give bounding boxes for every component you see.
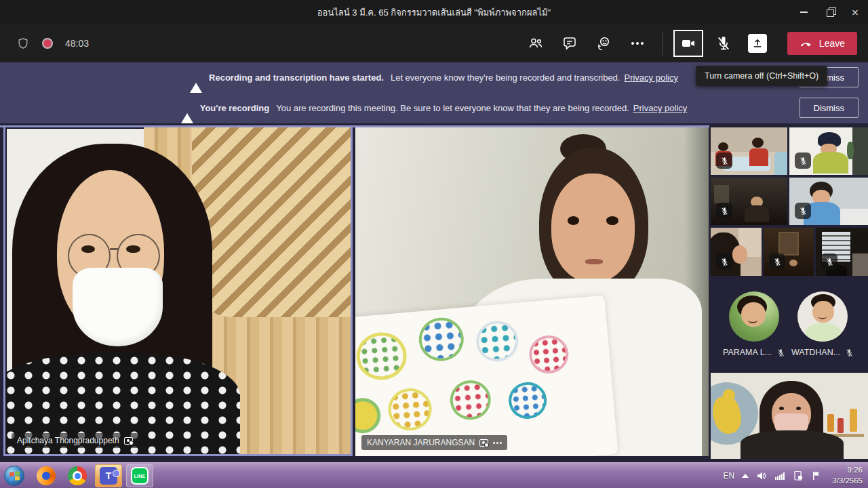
people-icon <box>528 35 544 52</box>
hidden-icons-button[interactable] <box>742 474 749 478</box>
taskbar-app-buttons: T LINE <box>4 463 153 488</box>
video-tile-kanyaran[interactable]: KANYARAN JARURANGSAN <box>355 127 709 456</box>
tray-time: 9:26 <box>832 465 863 476</box>
network-signal-icon[interactable] <box>774 470 785 481</box>
video-tile-apitchaya[interactable]: Apitchaya Thongpraduppeth <box>3 125 353 456</box>
child-body <box>745 205 769 222</box>
taskbar-chrome-button[interactable] <box>64 464 91 487</box>
windows-logo-icon <box>9 471 20 481</box>
painted-circle <box>417 316 465 363</box>
tray-clock[interactable]: 9:26 3/3/2565 <box>832 465 863 486</box>
start-button[interactable] <box>4 466 24 486</box>
muted-mic-badge <box>716 203 732 219</box>
close-button[interactable]: × <box>842 0 868 24</box>
recording-indicator-icon <box>42 38 53 49</box>
wood-diagonal-decor <box>192 127 351 317</box>
video-tile-small-2[interactable] <box>789 127 868 175</box>
avatar-face <box>812 301 834 323</box>
muted-mic-badge <box>821 253 837 270</box>
privacy-policy-link[interactable]: Privacy policy <box>633 103 687 113</box>
language-indicator[interactable]: EN <box>724 471 735 481</box>
banner-title: You're recording <box>200 103 270 113</box>
video-effects-badge-icon <box>124 437 133 445</box>
toolbar-divider <box>662 32 663 55</box>
participant-name: WATDHAN... <box>791 348 840 357</box>
restore-button[interactable] <box>816 0 842 24</box>
firefox-icon <box>37 466 56 485</box>
artwork-paper <box>355 295 618 456</box>
painted-circle <box>507 381 548 421</box>
video-tile-small-5[interactable] <box>711 228 762 276</box>
minimize-button[interactable] <box>791 0 816 24</box>
video-tile-small-4[interactable] <box>789 178 868 225</box>
participant-name-label: Apitchaya Thongpraduppeth <box>12 433 138 448</box>
video-tile-small-6[interactable] <box>764 228 814 276</box>
restore-icon <box>827 9 833 16</box>
mic-toggle-button[interactable] <box>710 30 737 57</box>
taskbar-firefox-button[interactable] <box>33 464 60 487</box>
muted-mic-badge <box>716 152 732 169</box>
privacy-policy-link[interactable]: Privacy policy <box>624 73 677 83</box>
volume-icon[interactable] <box>756 470 767 481</box>
bottle-decor <box>827 414 834 432</box>
furniture-decor <box>852 253 868 276</box>
chat-icon <box>561 35 578 52</box>
participants-button[interactable] <box>522 30 549 57</box>
avatar-shirt <box>806 323 841 342</box>
leave-button[interactable]: Leave <box>787 32 857 55</box>
painted-circle <box>387 386 433 432</box>
share-button[interactable] <box>744 30 771 57</box>
video-tile-small-3[interactable] <box>711 178 787 225</box>
muted-mic-badge <box>716 253 732 270</box>
windows-taskbar: T LINE EN 9:26 3/3/2565 <box>0 462 868 488</box>
avatar-name-row: WATDHAN... <box>789 348 856 357</box>
warning-icon: ! <box>181 103 193 113</box>
you-are-recording-banner: ! You're recording You are recording thi… <box>0 93 868 123</box>
video-tile-small-7[interactable] <box>816 228 868 276</box>
person-eye <box>779 407 784 410</box>
banner-message: You are recording this meeting. Be sure … <box>276 103 629 113</box>
reactions-button[interactable] <box>590 30 617 57</box>
participant-avatar-parama[interactable]: PARAMA L... <box>720 291 788 357</box>
tile-more-options-icon[interactable] <box>493 442 502 444</box>
taskbar-line-button[interactable]: LINE <box>126 464 153 487</box>
banner-message: Let everyone know they're being recorded… <box>391 73 620 83</box>
muted-mic-badge <box>795 152 811 169</box>
more-options-button[interactable] <box>624 30 651 57</box>
child-body <box>813 152 848 174</box>
person-eye <box>796 407 801 410</box>
reactions-icon <box>595 35 612 52</box>
tray-date: 3/3/2565 <box>832 476 863 487</box>
window-decor <box>714 185 730 203</box>
window-decor <box>852 127 868 175</box>
chat-button[interactable] <box>556 30 583 57</box>
camera-toggle-button[interactable] <box>673 30 703 57</box>
action-center-flag-icon[interactable] <box>811 470 822 481</box>
video-tile-self-view[interactable] <box>711 373 868 459</box>
participant-name: PARAMA L... <box>723 348 772 357</box>
power-plug-icon[interactable] <box>793 470 804 481</box>
muted-mic-badge <box>769 253 785 270</box>
taskbar-teams-button[interactable]: T <box>95 464 122 487</box>
bottle-decor <box>837 418 844 433</box>
window-controls: × <box>791 0 868 24</box>
dismiss-button[interactable]: Dismiss <box>800 98 859 118</box>
system-tray: EN 9:26 3/3/2565 <box>724 463 863 488</box>
person-face <box>789 260 797 266</box>
face-mask <box>73 268 162 346</box>
avatar-smile <box>818 314 827 319</box>
painted-circle <box>355 330 409 382</box>
video-tile-small-1[interactable] <box>711 127 787 175</box>
window-title: ออนไลน์ 3 มี.ค. 65 กิจกรรมวาดเส้นเล่นสี … <box>0 5 868 20</box>
painted-circle <box>448 379 492 422</box>
participant-avatar-watdhan[interactable]: WATDHAN... <box>789 291 856 357</box>
mic-muted-icon <box>715 35 732 52</box>
close-icon: × <box>852 7 859 18</box>
warning-icon: ! <box>190 73 202 83</box>
meeting-timer: 48:03 <box>65 38 89 49</box>
minimize-icon <box>800 12 808 13</box>
avatar <box>729 291 779 342</box>
chair-decor <box>774 152 787 175</box>
person-eye <box>568 216 580 225</box>
person-body <box>741 430 844 459</box>
